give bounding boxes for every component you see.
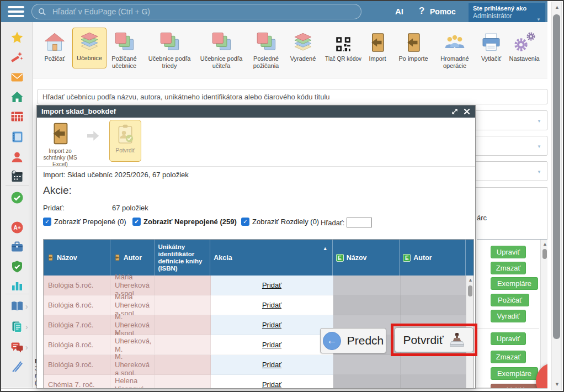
toolbar-item-import[interactable]: Import bbox=[363, 29, 392, 62]
column-header-nazov[interactable]: Názov bbox=[44, 240, 110, 276]
home-icon[interactable] bbox=[10, 91, 24, 104]
edit-button[interactable]: Upraviť bbox=[491, 246, 526, 258]
account-label: Ste prihlásený ako bbox=[473, 4, 541, 12]
scroll-up-icon[interactable] bbox=[555, 5, 560, 10]
global-search[interactable] bbox=[31, 4, 361, 19]
pridat-link[interactable]: Pridať bbox=[262, 301, 281, 309]
discard-button[interactable]: Vyradiť bbox=[491, 310, 526, 322]
return-button[interactable]: Vrátiť bbox=[491, 384, 540, 388]
stacked-squares-icon bbox=[158, 31, 181, 54]
add-label: Pridať: bbox=[43, 204, 65, 212]
sort-asc-icon bbox=[323, 244, 328, 252]
edit-button[interactable]: Upraviť bbox=[491, 332, 526, 345]
step-confirm[interactable]: Potvrdiť bbox=[109, 120, 141, 162]
hamburger-menu-icon[interactable] bbox=[8, 6, 24, 17]
toolbar-item-posledne-pozicania[interactable]: Posledné požičania bbox=[246, 29, 286, 70]
briefcase-icon[interactable] bbox=[10, 240, 24, 253]
house-icon bbox=[43, 31, 66, 54]
notebook-icon[interactable] bbox=[10, 130, 24, 144]
chevron-down-icon bbox=[537, 118, 541, 124]
book-search-field[interactable] bbox=[38, 89, 547, 104]
copies-button[interactable]: Exempláre bbox=[491, 277, 538, 290]
table-scrollbar-thumb[interactable] bbox=[468, 285, 472, 296]
pridat-link[interactable]: Pridať bbox=[262, 380, 281, 389]
bar-chart-icon[interactable] bbox=[10, 279, 24, 292]
module-toolbar: Požičať Učebnice Požičané učebnice Učebn… bbox=[33, 22, 547, 78]
page-scrollbar[interactable] bbox=[547, 1, 563, 391]
toolbar-item-nastavenia[interactable]: Nastavenia bbox=[506, 29, 543, 62]
global-search-input[interactable] bbox=[51, 7, 355, 17]
column-header-isbn[interactable]: Unikátny identifikátor definície knihy (… bbox=[155, 240, 211, 276]
printer-icon bbox=[480, 31, 503, 54]
ai-button[interactable]: AI bbox=[395, 7, 403, 16]
cell-isbn bbox=[155, 276, 211, 295]
toolbar-item-po-importe[interactable]: Po importe bbox=[393, 29, 434, 62]
column-header-akcia[interactable]: Akcia bbox=[210, 240, 332, 276]
toolbar-item-ucebnice[interactable]: Učebnice bbox=[72, 28, 107, 68]
account-menu[interactable]: Ste prihlásený ako Administrátor bbox=[469, 3, 545, 22]
close-icon[interactable] bbox=[463, 108, 471, 115]
sidebar: › › › bbox=[1, 22, 33, 388]
toolbar-item-ucebnice-podla-triedy[interactable]: Učebnice podľa triedy bbox=[143, 29, 196, 70]
step-import-from-clipboard[interactable]: Import zo schránky (MS Excel) bbox=[42, 121, 78, 168]
pridat-link[interactable]: Pridať bbox=[262, 341, 281, 349]
confirm-clipboard-icon bbox=[114, 124, 136, 146]
pridat-link[interactable]: Pridať bbox=[262, 281, 281, 289]
scroll-up-icon[interactable] bbox=[542, 242, 547, 247]
import-door-icon bbox=[402, 31, 425, 54]
toolbar-item-tlac-qr-kodov[interactable]: Tlač QR kódov bbox=[323, 29, 364, 62]
shield-icon[interactable] bbox=[10, 260, 24, 273]
checkbox-show-unlinked[interactable]: Zobraziť Neprepojené (259) bbox=[132, 218, 237, 226]
pen-icon[interactable] bbox=[10, 360, 24, 373]
column-header-autor-excel[interactable]: Autor bbox=[400, 240, 466, 276]
previous-button[interactable]: Predch bbox=[320, 328, 386, 353]
delete-button[interactable]: Zmazať bbox=[491, 262, 526, 274]
pridat-link[interactable]: Pridať bbox=[262, 321, 281, 329]
app-window: AI ? Pomoc Ste prihlásený ako Administrá… bbox=[0, 0, 564, 392]
chevron-right-icon: › bbox=[25, 303, 28, 310]
delete-button[interactable]: Zmazať bbox=[491, 351, 526, 363]
expand-icon[interactable] bbox=[451, 108, 459, 115]
toolbar-item-vytlacit[interactable]: Vytlačiť bbox=[476, 29, 507, 62]
help-icon[interactable]: ? bbox=[419, 6, 424, 17]
check-circle-icon[interactable] bbox=[10, 191, 24, 204]
toolbar-item-hromadne-operacie[interactable]: Hromadné operácie bbox=[433, 29, 476, 70]
magic-wand-icon[interactable] bbox=[10, 50, 24, 63]
table-row: Biológia 6.roč. Mária Uhereková a spol. … bbox=[44, 295, 473, 315]
cell-isbn bbox=[155, 355, 211, 375]
mail-icon[interactable] bbox=[10, 71, 24, 84]
help-button[interactable]: Pomoc bbox=[430, 7, 456, 16]
column-header-autor[interactable]: Autor bbox=[110, 240, 155, 276]
checkbox-show-differences[interactable]: Zobraziť Rozdiely (0) bbox=[241, 218, 319, 226]
page-scrollbar-thumb[interactable] bbox=[553, 14, 560, 339]
star-icon[interactable] bbox=[10, 31, 24, 44]
timetable-icon[interactable] bbox=[10, 110, 24, 123]
book-search-input[interactable] bbox=[38, 89, 547, 104]
library-icon[interactable] bbox=[10, 300, 24, 313]
panel-scrollbar-thumb[interactable] bbox=[542, 249, 547, 259]
pridat-link[interactable]: Pridať bbox=[262, 361, 281, 369]
scroll-up-icon[interactable] bbox=[468, 278, 473, 283]
qr-code-icon bbox=[334, 35, 353, 54]
toolbar-item-pozicat[interactable]: Požičať bbox=[40, 29, 70, 62]
copies-button[interactable]: Exempláre bbox=[491, 367, 538, 380]
chat-icon[interactable] bbox=[10, 341, 24, 354]
lend-button[interactable]: Požičať bbox=[491, 294, 529, 306]
scroll-down-icon[interactable] bbox=[555, 382, 560, 387]
documents-icon[interactable] bbox=[10, 320, 24, 333]
checkbox-checked-icon bbox=[43, 218, 51, 226]
toolbar-item-ucebnice-podla-ucitela[interactable]: Učebnice podľa učiteľa bbox=[195, 29, 248, 70]
grade-icon[interactable] bbox=[10, 221, 24, 234]
calendar-icon[interactable] bbox=[10, 170, 24, 183]
checkbox-show-linked[interactable]: Zobraziť Prepojené (0) bbox=[43, 218, 126, 226]
dialog-search-input[interactable] bbox=[347, 218, 372, 227]
column-header-nazov-excel[interactable]: Názov bbox=[333, 240, 400, 276]
toolbar-item-vyradene[interactable]: Vyradené bbox=[285, 29, 321, 62]
account-role: Administrátor bbox=[473, 12, 541, 20]
person-icon[interactable] bbox=[10, 151, 24, 164]
cell-isbn bbox=[155, 335, 211, 355]
toolbar-item-pozicane-ucebnice[interactable]: Požičané učebnice bbox=[107, 29, 142, 70]
cell-nazov: Biológia 7.roč. bbox=[44, 315, 110, 335]
cell-akcia: Pridať bbox=[211, 295, 333, 315]
confirm-button[interactable]: Potvrdiť bbox=[395, 327, 473, 352]
